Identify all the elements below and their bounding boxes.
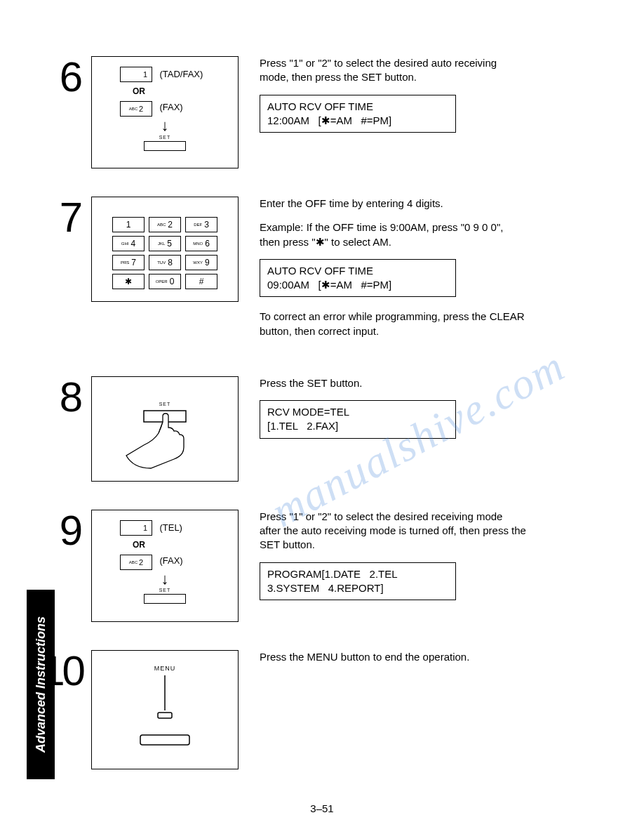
step-7: 7 1ABC2DEF3GHI4JKL5MNO6PRS7TUV8WXY9✱OPER…	[28, 197, 602, 348]
step-8-description: Press the SET button. RCV MODE=TEL [1.TE…	[260, 376, 526, 451]
keypad-key: OPER0	[149, 274, 181, 289]
step-9-description: Press "1" or "2" to select the desired r…	[260, 510, 526, 613]
step-9-text: Press "1" or "2" to select the desired r…	[260, 510, 526, 552]
keypad-key: MNO6	[185, 236, 217, 251]
step-10-diagram: MENU	[91, 650, 239, 769]
step-6: 6 1 (TAD/FAX) OR ABC2 (FAX) ↓ SET Press …	[28, 56, 602, 168]
svg-rect-3	[140, 735, 189, 745]
step-6-description: Press "1" or "2" to select the desired a…	[260, 56, 526, 145]
step-10: 10 MENU Press the MENU button to end the…	[28, 650, 602, 769]
keypad-key: #	[185, 274, 217, 289]
key-2: ABC2	[120, 555, 152, 570]
side-tab-label: Advanced Instructions	[34, 616, 48, 753]
step-number: 6	[28, 56, 91, 98]
keypad-key: 1	[112, 217, 145, 232]
set-label: SET	[99, 402, 231, 406]
step-10-description: Press the MENU button to end the operati…	[260, 650, 526, 674]
set-button-icon	[144, 141, 186, 151]
lcd-display: AUTO RCV OFF TIME 09:00AM [✱=AM #=PM]	[260, 259, 456, 298]
or-text: OR	[119, 86, 231, 96]
side-tab: Advanced Instructions	[27, 590, 55, 779]
step-number: 9	[28, 510, 91, 552]
step-number: 7	[28, 197, 91, 239]
arrow-down-icon: ↓	[99, 573, 231, 585]
or-text: OR	[119, 540, 231, 550]
key-2-label: (FAX)	[159, 555, 182, 566]
menu-label: MENU	[99, 665, 231, 672]
set-button-icon	[144, 594, 186, 604]
lcd-display: RCV MODE=TEL [1.TEL 2.FAX]	[260, 400, 456, 439]
manual-page: 6 1 (TAD/FAX) OR ABC2 (FAX) ↓ SET Press …	[0, 0, 644, 834]
step-7-diagram: 1ABC2DEF3GHI4JKL5MNO6PRS7TUV8WXY9✱OPER0#	[91, 197, 239, 302]
keypad-key: ✱	[112, 274, 145, 289]
key-1-label: (TAD/FAX)	[159, 69, 203, 79]
arrow-down-icon: ↓	[99, 119, 231, 132]
hand-press-icon	[119, 406, 210, 470]
lcd-display: AUTO RCV OFF TIME 12:00AM [✱=AM #=PM]	[260, 95, 456, 133]
key-1: 1	[120, 520, 152, 536]
keypad-key: DEF3	[185, 217, 217, 232]
step-9-diagram: 1 (TEL) OR ABC2 (FAX) ↓ SET	[91, 510, 239, 622]
page-number: 3–51	[0, 802, 644, 814]
keypad-key: JKL5	[149, 236, 181, 251]
step-9: 9 1 (TEL) OR ABC2 (FAX) ↓ SET Press "1" …	[28, 510, 602, 622]
step-7-text-2: Example: If the OFF time is 9:00AM, pres…	[260, 220, 526, 249]
step-number: 8	[28, 376, 91, 418]
step-8-diagram: SET	[91, 376, 239, 482]
keypad: 1ABC2DEF3GHI4JKL5MNO6PRS7TUV8WXY9✱OPER0#	[99, 204, 231, 289]
keypad-key: TUV8	[149, 255, 181, 270]
step-10-text: Press the MENU button to end the operati…	[260, 650, 526, 664]
step-6-text: Press "1" or "2" to select the desired a…	[260, 56, 526, 85]
step-8-text: Press the SET button.	[260, 376, 526, 390]
key-1: 1	[120, 67, 152, 82]
key-2: ABC2	[120, 101, 152, 117]
key-1-label: (TEL)	[159, 522, 182, 533]
step-8: 8 SET Press the SET button. RCV MODE=TEL…	[28, 376, 602, 482]
step-7-description: Enter the OFF time by entering 4 digits.…	[260, 197, 526, 348]
key-2-label: (FAX)	[159, 102, 182, 112]
keypad-key: GHI4	[112, 236, 145, 251]
step-7-text-3: To correct an error while programming, p…	[260, 310, 526, 338]
set-label: SET	[99, 135, 231, 140]
set-label: SET	[99, 588, 231, 593]
step-6-diagram: 1 (TAD/FAX) OR ABC2 (FAX) ↓ SET	[91, 56, 239, 168]
lcd-display: PROGRAM[1.DATE 2.TEL 3.SYSTEM 4.REPORT]	[260, 562, 456, 601]
svg-rect-2	[158, 713, 172, 718]
step-7-text-1: Enter the OFF time by entering 4 digits.	[260, 197, 526, 211]
keypad-key: WXY9	[185, 255, 217, 270]
keypad-key: ABC2	[149, 217, 181, 232]
menu-button-icon	[123, 672, 207, 756]
keypad-key: PRS7	[112, 255, 145, 270]
